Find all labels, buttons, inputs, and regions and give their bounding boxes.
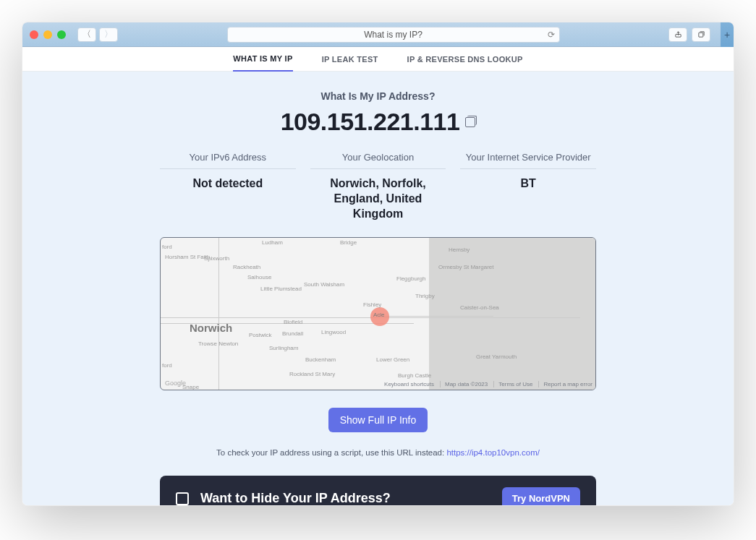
script-note-link[interactable]: https://ip4.top10vpn.com/	[446, 448, 540, 457]
map-town-label: Great Yarmouth	[476, 353, 517, 360]
site-tabs: WHAT IS MY IP IP LEAK TEST IP & REVERSE …	[22, 47, 734, 72]
card-isp-label: Your Internet Service Provider	[460, 152, 596, 169]
card-geolocation-value: Norwich, Norfolk, England, United Kingdo…	[310, 176, 446, 221]
page-title: What Is My IP Address?	[22, 90, 734, 102]
tab-what-is-my-ip[interactable]: WHAT IS MY IP	[233, 47, 292, 72]
promo-button[interactable]: Try NordVPN	[502, 487, 580, 505]
promo-banner: Want to Hide Your IP Address? Try NordVP…	[160, 476, 596, 505]
map-town-label: Ormesby St Margaret	[438, 264, 493, 270]
show-full-ip-button[interactable]: Show Full IP Info	[328, 408, 428, 432]
script-note-text: To check your IP address using a script,…	[216, 448, 446, 457]
minimize-icon[interactable]	[43, 30, 52, 39]
map-town-label: Salhouse	[247, 274, 271, 280]
window-controls	[30, 30, 66, 39]
browser-window: 〈 〉 What is my IP? ⟳ + WHAT IS MY IP IP …	[22, 22, 734, 506]
map-sea	[429, 238, 595, 390]
back-button[interactable]: 〈	[77, 27, 96, 42]
share-icon[interactable]	[668, 27, 687, 42]
new-tab-button[interactable]: +	[721, 22, 734, 47]
info-cards: Your IPv6 Address Not detected Your Geol…	[160, 152, 596, 221]
map-town-label: South Walsham	[304, 281, 344, 288]
reload-icon[interactable]: ⟳	[548, 30, 555, 40]
map-town-label: Ludham	[262, 239, 283, 246]
address-bar-title: What is my IP?	[364, 30, 422, 40]
map-town-label: ford	[162, 244, 172, 250]
map-city-label: Norwich	[190, 322, 232, 334]
copy-icon[interactable]	[465, 117, 475, 127]
map-town-label: Fleggburgh	[396, 275, 425, 282]
card-isp-value: BT	[460, 176, 596, 192]
map-town-label: ford	[162, 362, 172, 369]
card-ipv6-label: Your IPv6 Address	[160, 152, 296, 169]
map-town-label: Thrigby	[415, 293, 435, 299]
map-town-label: Brundall	[282, 330, 303, 337]
map-town-label: Trowse Newton	[198, 340, 238, 347]
map-footer-data: Map data ©2023	[440, 381, 488, 387]
map-footer-report[interactable]: Report a map error	[538, 381, 593, 387]
map-town-label: Hemsby	[449, 247, 470, 253]
card-isp: Your Internet Service Provider BT	[460, 152, 596, 221]
map-town-label: Horsham St Faith	[165, 254, 210, 260]
map-town-label: Surlingham	[269, 345, 298, 351]
map-town-label: Lower Green	[376, 356, 409, 363]
tab-reverse-dns[interactable]: IP & REVERSE DNS LOOKUP	[407, 48, 523, 71]
map-town-label: Rackheath	[233, 264, 260, 270]
map-town-label: Lingwood	[321, 329, 346, 335]
close-icon[interactable]	[30, 30, 38, 39]
browser-toolbar: 〈 〉 What is my IP? ⟳ +	[22, 22, 734, 47]
ip-address-value: 109.151.221.111	[281, 108, 460, 136]
map[interactable]: Norwich Acle Spixworth Horsham St Faith …	[160, 237, 596, 390]
map-footer-links: Keyboard shortcuts Map data ©2023 Terms …	[384, 381, 593, 387]
script-note: To check your IP address using a script,…	[22, 448, 734, 457]
map-town-label: Rockland St Mary	[289, 371, 335, 377]
map-town-label: Buckenham	[305, 356, 336, 363]
nav-buttons: 〈 〉	[77, 27, 118, 42]
map-town-label: Bridge	[340, 239, 357, 246]
map-town-label: Blofield	[284, 319, 302, 325]
card-ipv6: Your IPv6 Address Not detected	[160, 152, 296, 221]
promo-logo-icon	[176, 492, 189, 505]
map-road	[378, 316, 493, 317]
promo-title: Want to Hide Your IP Address?	[200, 491, 490, 505]
map-town-label: Postwick	[249, 332, 272, 338]
ip-row: 109.151.221.111	[22, 108, 734, 136]
card-geolocation-label: Your Geolocation	[310, 152, 446, 169]
card-ipv6-value: Not detected	[160, 176, 296, 192]
map-town-label: Fishley	[363, 301, 381, 308]
map-town-label: Burgh Castle	[398, 372, 431, 379]
page-content: What Is My IP Address? 109.151.221.111 Y…	[22, 72, 734, 505]
map-footer-terms[interactable]: Terms of Use	[493, 381, 532, 387]
forward-button[interactable]: 〉	[99, 27, 118, 42]
tab-ip-leak-test[interactable]: IP LEAK TEST	[322, 48, 378, 71]
card-geolocation: Your Geolocation Norwich, Norfolk, Engla…	[310, 152, 446, 221]
toolbar-right	[668, 27, 710, 42]
map-attribution: Google	[165, 380, 186, 387]
map-town-label: Caister-on-Sea	[460, 304, 499, 311]
map-footer-keyboard[interactable]: Keyboard shortcuts	[384, 381, 434, 387]
svg-rect-1	[698, 33, 702, 37]
map-pin-label: Acle	[373, 312, 385, 318]
address-bar[interactable]: What is my IP? ⟳	[227, 27, 560, 43]
map-town-label: Little Plumstead	[260, 286, 302, 292]
tabs-icon[interactable]	[692, 27, 710, 42]
maximize-icon[interactable]	[57, 30, 66, 39]
